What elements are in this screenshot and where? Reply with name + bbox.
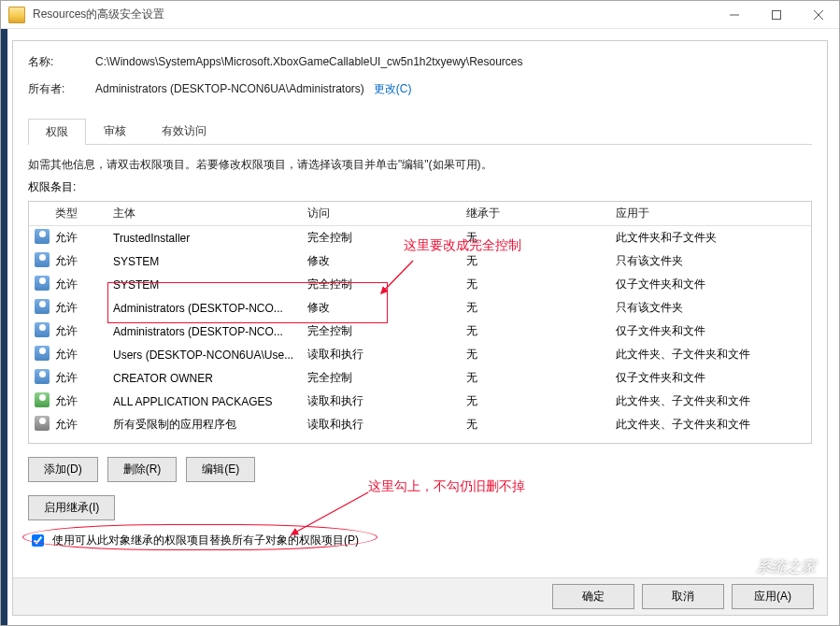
cell-applies: 此文件夹、子文件夹和文件: [610, 413, 811, 436]
principal-icon: [35, 346, 50, 361]
owner-value: Administrators (DESKTOP-NCON6UA\Administ…: [95, 82, 364, 95]
cell-principal: TrustedInstaller: [107, 226, 302, 250]
cell-type: 允许: [50, 273, 107, 296]
entries-label: 权限条目:: [13, 179, 827, 201]
cell-applies: 只有该文件夹: [610, 249, 811, 273]
cell-principal: Administrators (DESKTOP-NCO...: [107, 296, 302, 320]
cell-inherit: 无: [461, 390, 610, 413]
col-applies[interactable]: 应用于: [610, 202, 811, 226]
cell-inherit: 无: [461, 343, 610, 366]
tab-permissions[interactable]: 权限: [28, 119, 86, 145]
principal-icon: [35, 252, 50, 267]
inherit-row: 启用继承(I): [13, 488, 827, 528]
table-row[interactable]: 允许Administrators (DESKTOP-NCO...修改无只有该文件…: [29, 296, 811, 320]
tab-effective-access[interactable]: 有效访问: [144, 118, 224, 144]
apply-button[interactable]: 应用(A): [732, 584, 814, 609]
cell-applies: 只有该文件夹: [610, 296, 811, 320]
principal-icon: [35, 276, 50, 291]
replace-permissions-label[interactable]: 使用可从此对象继承的权限项目替换所有子对象的权限项目(P): [52, 533, 359, 548]
window-controls: [713, 1, 839, 29]
principal-icon: [35, 229, 50, 244]
cell-principal: Administrators (DESKTOP-NCO...: [107, 320, 302, 343]
principal-icon: [35, 322, 50, 337]
remove-button[interactable]: 删除(R): [107, 457, 178, 482]
table-row[interactable]: 允许Users (DESKTOP-NCON6UA\Use...读取和执行无此文件…: [29, 343, 811, 366]
cell-access: 读取和执行: [302, 343, 461, 366]
cell-access: 修改: [302, 249, 461, 273]
owner-label: 所有者:: [28, 81, 95, 97]
col-principal[interactable]: 主体: [107, 202, 302, 226]
cell-applies: 此文件夹、子文件夹和文件: [610, 390, 811, 413]
minimize-button[interactable]: [713, 1, 755, 29]
cell-access: 完全控制: [302, 320, 461, 343]
cell-applies: 仅子文件夹和文件: [610, 320, 811, 343]
principal-icon: [35, 369, 50, 384]
table-row[interactable]: 允许所有受限制的应用程序包读取和执行无此文件夹、子文件夹和文件: [29, 413, 811, 436]
cell-access: 完全控制: [302, 226, 461, 250]
cell-type: 允许: [50, 413, 107, 436]
header-fields: 名称: C:\Windows\SystemApps\Microsoft.Xbox…: [13, 41, 827, 114]
edit-button[interactable]: 编辑(E): [186, 457, 255, 482]
table-row[interactable]: 允许TrustedInstaller完全控制无此文件夹和子文件夹: [29, 226, 811, 250]
maximize-button[interactable]: [755, 1, 797, 29]
cell-type: 允许: [50, 343, 107, 366]
desktop-sliver: [1, 29, 7, 625]
cell-principal: 所有受限制的应用程序包: [107, 413, 302, 436]
table-row[interactable]: 允许SYSTEM修改无只有该文件夹: [29, 249, 811, 273]
cancel-button[interactable]: 取消: [642, 584, 724, 609]
permission-table[interactable]: 类型 主体 访问 继承于 应用于 允许TrustedInstaller完全控制无…: [29, 202, 811, 436]
enable-inheritance-button[interactable]: 启用继承(I): [28, 495, 115, 520]
action-buttons: 添加(D) 删除(R) 编辑(E): [13, 444, 827, 488]
principal-icon: [35, 299, 50, 314]
cell-inherit: 无: [461, 366, 610, 390]
tab-bar: 权限 审核 有效访问: [28, 118, 812, 145]
cell-inherit: 无: [461, 226, 610, 250]
cell-applies: 仅子文件夹和文件: [610, 366, 811, 390]
dialog-body: 名称: C:\Windows\SystemApps\Microsoft.Xbox…: [12, 40, 828, 616]
cell-type: 允许: [50, 249, 107, 273]
folder-icon: [8, 7, 25, 23]
table-row[interactable]: 允许ALL APPLICATION PACKAGES读取和执行无此文件夹、子文件…: [29, 390, 811, 413]
name-value: C:\Windows\SystemApps\Microsoft.XboxGame…: [95, 55, 523, 68]
principal-icon: [35, 416, 50, 431]
svg-rect-1: [772, 10, 780, 19]
cell-inherit: 无: [461, 249, 610, 273]
cell-inherit: 无: [461, 320, 610, 343]
tab-auditing[interactable]: 审核: [86, 118, 144, 144]
cell-inherit: 无: [461, 273, 610, 296]
replace-permissions-row: 使用可从此对象继承的权限项目替换所有子对象的权限项目(P): [13, 528, 827, 557]
cell-access: 读取和执行: [302, 390, 461, 413]
change-owner-link[interactable]: 更改(C): [374, 81, 412, 97]
name-label: 名称:: [28, 54, 95, 70]
cell-type: 允许: [50, 390, 107, 413]
table-row[interactable]: 允许SYSTEM完全控制无仅子文件夹和文件: [29, 273, 811, 296]
advanced-security-dialog: Resources的高级安全设置 名称: C:\Windows\SystemAp…: [0, 0, 840, 626]
table-row[interactable]: 允许Administrators (DESKTOP-NCO...完全控制无仅子文…: [29, 320, 811, 343]
cell-type: 允许: [50, 296, 107, 320]
table-row[interactable]: 允许CREATOR OWNER完全控制无仅子文件夹和文件: [29, 366, 811, 390]
col-type[interactable]: 类型: [50, 202, 107, 226]
cell-principal: SYSTEM: [107, 249, 302, 273]
title-bar: Resources的高级安全设置: [1, 1, 839, 29]
cell-principal: CREATOR OWNER: [107, 366, 302, 390]
cell-type: 允许: [50, 366, 107, 390]
col-access[interactable]: 访问: [302, 202, 461, 226]
cell-principal: SYSTEM: [107, 273, 302, 296]
cell-inherit: 无: [461, 413, 610, 436]
cell-type: 允许: [50, 320, 107, 343]
cell-access: 修改: [302, 296, 461, 320]
col-inherit[interactable]: 继承于: [461, 202, 610, 226]
cell-principal: ALL APPLICATION PACKAGES: [107, 390, 302, 413]
ok-button[interactable]: 确定: [552, 584, 634, 609]
dialog-footer: 确定 取消 应用(A): [13, 577, 827, 615]
principal-icon: [35, 392, 50, 407]
cell-type: 允许: [50, 226, 107, 250]
cell-access: 完全控制: [302, 273, 461, 296]
cell-access: 读取和执行: [302, 413, 461, 436]
add-button[interactable]: 添加(D): [28, 457, 98, 482]
window-title: Resources的高级安全设置: [33, 7, 713, 22]
close-button[interactable]: [797, 1, 839, 29]
cell-access: 完全控制: [302, 366, 461, 390]
instruction-text: 如需其他信息，请双击权限项目。若要修改权限项目，请选择该项目并单击"编辑"(如果…: [13, 145, 827, 179]
replace-permissions-checkbox[interactable]: [32, 534, 44, 547]
